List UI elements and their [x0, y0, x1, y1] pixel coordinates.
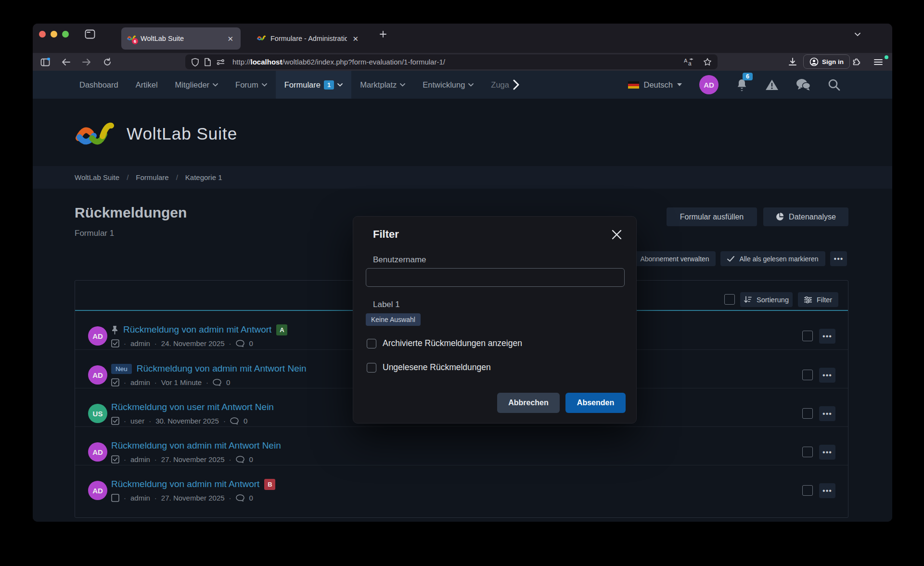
reply-count: 0 [249, 494, 253, 502]
archived-checkbox-row[interactable]: Archivierte Rückmeldungen anzeigen [367, 338, 522, 348]
row-checkbox[interactable] [802, 485, 813, 496]
url-text[interactable]: http://localhost/woltlab62/index.php?for… [232, 58, 684, 66]
notifications-button[interactable]: 6 [736, 78, 748, 91]
site-logo[interactable]: WoltLab Suite [75, 120, 237, 148]
author[interactable]: user [130, 417, 144, 425]
breadcrumb-item[interactable]: WoltLab Suite [75, 173, 119, 181]
feedback-link[interactable]: Rückmeldung von user mit Antwort Nein [111, 402, 274, 412]
zoom-window-button[interactable] [62, 31, 69, 38]
svg-text:A: A [684, 58, 688, 64]
cancel-button[interactable]: Abbrechen [497, 393, 560, 413]
row-more-button[interactable]: ••• [819, 406, 835, 421]
pie-chart-icon [776, 213, 784, 221]
filter-button[interactable]: Filter [798, 292, 838, 307]
select-all-checkbox[interactable] [724, 294, 735, 305]
url-bar[interactable]: http://localhost/woltlab62/index.php?for… [185, 54, 718, 69]
feedback-link[interactable]: Rückmeldung von admin mit Antwort Nein [111, 440, 281, 451]
translate-icon[interactable]: Aa [684, 58, 693, 66]
new-tab-button[interactable] [379, 30, 387, 38]
feedback-row[interactable]: AD Rückmeldung von admin mit Antwort Nei… [75, 426, 848, 465]
more-options-button[interactable]: ••• [830, 251, 847, 266]
nav-mitglieder[interactable]: Mitglieder [167, 71, 227, 99]
permissions-icon[interactable] [216, 59, 225, 65]
filter-dialog: Filter Benutzername Label 1 Keine Auswah… [353, 216, 637, 424]
menu-icon[interactable] [871, 55, 886, 69]
feedback-link[interactable]: Rückmeldung von admin mit Antwort [123, 324, 271, 335]
shield-icon[interactable] [191, 58, 199, 66]
page-info-icon[interactable] [204, 58, 211, 66]
nav-forum[interactable]: Forum [227, 71, 276, 99]
german-flag-icon [628, 81, 639, 89]
data-analysis-button[interactable]: Datenanalyse [763, 207, 848, 226]
close-tab-icon[interactable]: ✕ [226, 34, 235, 44]
submit-button[interactable]: Absenden [565, 393, 626, 413]
nav-zugaenge[interactable]: Zuga [482, 71, 520, 99]
sign-in-button[interactable]: Sign in [803, 54, 850, 69]
author[interactable]: admin [130, 455, 150, 463]
tab-overview-icon[interactable] [85, 29, 95, 39]
language-selector[interactable]: Deutsch [628, 80, 682, 90]
row-more-button[interactable]: ••• [819, 329, 835, 344]
feedback-link[interactable]: Rückmeldung von admin mit Antwort [111, 479, 259, 489]
nav-entwicklung[interactable]: Entwicklung [414, 71, 482, 99]
tab-woltlab-suite[interactable]: 6 WoltLab Suite ✕ [121, 27, 241, 50]
unread-checkbox[interactable] [367, 363, 376, 373]
forward-icon[interactable] [79, 55, 94, 69]
row-checkbox[interactable] [802, 447, 813, 457]
nav-dashboard[interactable]: Dashboard [71, 71, 127, 99]
row-checkbox[interactable] [802, 408, 813, 419]
author[interactable]: admin [130, 378, 150, 386]
chevron-right-icon[interactable] [513, 79, 519, 90]
list-all-tabs-icon[interactable] [854, 30, 861, 38]
avatar[interactable]: AD [88, 442, 107, 462]
close-icon[interactable] [612, 230, 622, 240]
search-icon [828, 78, 840, 91]
bookmark-star-icon[interactable] [703, 58, 712, 66]
minimize-window-button[interactable] [51, 31, 57, 38]
avatar[interactable]: AD [88, 326, 107, 346]
user-avatar[interactable]: AD [699, 75, 719, 94]
label-badge: A [276, 324, 287, 335]
row-more-button[interactable]: ••• [819, 445, 835, 460]
extensions-icon[interactable] [849, 55, 864, 69]
answered-checkbox-icon [111, 417, 119, 425]
close-window-button[interactable] [39, 31, 46, 38]
mark-all-read-button[interactable]: Alle als gelesen markieren [720, 251, 825, 266]
label1-selection-badge[interactable]: Keine Auswahl [366, 313, 421, 326]
row-meta: admin Vor 1 Minute 0 [111, 378, 230, 386]
avatar[interactable]: AD [88, 365, 107, 385]
feedback-link[interactable]: Rückmeldung von admin mit Antwort Nein [137, 363, 307, 374]
reload-icon[interactable] [100, 55, 115, 69]
row-more-button[interactable]: ••• [819, 483, 835, 498]
unread-checkbox-row[interactable]: Ungelesene Rückmeldungen [367, 362, 491, 373]
breadcrumb-item[interactable]: Kategorie 1 [185, 173, 222, 181]
sidebar-icon[interactable] [38, 55, 52, 69]
replies-icon [230, 417, 239, 425]
chat-bubbles-icon [796, 78, 810, 91]
conversations-button[interactable] [796, 78, 810, 91]
caret-down-icon [677, 83, 682, 86]
row-meta: admin 27. November 2025 0 [111, 494, 253, 502]
downloads-icon[interactable] [785, 55, 800, 69]
moderation-button[interactable] [765, 79, 779, 91]
avatar[interactable]: AD [88, 481, 107, 500]
nav-formulare[interactable]: Formulare 1 [276, 71, 351, 99]
author[interactable]: admin [130, 494, 150, 502]
nav-artikel[interactable]: Artikel [127, 71, 167, 99]
feedback-row[interactable]: AD Rückmeldung von admin mit Antwort B a… [75, 465, 848, 503]
username-input[interactable] [366, 268, 625, 287]
archived-checkbox[interactable] [367, 339, 376, 348]
breadcrumb-item[interactable]: Formulare [136, 173, 168, 181]
nav-marktplatz[interactable]: Marktplatz [351, 71, 414, 99]
avatar[interactable]: US [88, 404, 107, 423]
close-tab-icon[interactable]: ✕ [351, 34, 360, 44]
author[interactable]: admin [130, 339, 150, 347]
tab-formulare-admin[interactable]: Formulare - Administrationsobe ✕ [253, 27, 364, 50]
search-button[interactable] [828, 78, 840, 91]
row-more-button[interactable]: ••• [819, 368, 835, 383]
sort-button[interactable]: Sortierung [740, 292, 793, 307]
back-icon[interactable] [59, 55, 73, 69]
row-checkbox[interactable] [802, 331, 813, 341]
row-checkbox[interactable] [802, 370, 813, 380]
fill-form-button[interactable]: Formular ausfüllen [667, 207, 757, 226]
